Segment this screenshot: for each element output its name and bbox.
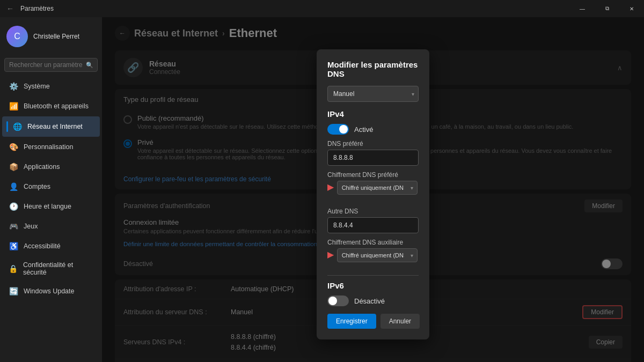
sidebar-item-label: Confidentialité et sécurité (23, 261, 93, 276)
titlebar-left: ← Paramètres (6, 4, 54, 13)
sidebar-item-label: Système (24, 83, 50, 90)
minimize-button[interactable]: — (570, 0, 595, 17)
titlebar: ← Paramètres — ⧉ ✕ (0, 0, 644, 17)
encryption-aux-wrapper: ▶ Chiffré uniquement (DNS over HTTPS) ▾ (327, 248, 419, 270)
confidentialite-icon: 🔒 (9, 264, 18, 274)
active-indicator (6, 121, 8, 132)
sidebar-item-bluetooth[interactable]: 📶 Bluetooth et appareils (2, 97, 100, 116)
encryption-preferred-wrapper: ▶ Chiffré uniquement (DNS over HTTPS) ▾ (327, 181, 419, 202)
ipv6-toggle-label: Désactivé (354, 297, 385, 305)
dns-dialog: Modifier les paramètres DNS Manuel Autom… (317, 49, 429, 339)
sidebar-item-label: Réseau et Internet (27, 123, 83, 130)
encryption-aux-select-wrapper: Chiffré uniquement (DNS over HTTPS) ▾ (337, 248, 418, 262)
ipv6-section-title: IPv6 (327, 281, 419, 290)
accessibilite-icon: ♿ (9, 241, 18, 251)
ipv4-toggle[interactable] (327, 124, 349, 135)
ipv4-toggle-row: Activé (327, 124, 419, 135)
select-wrapper: Manuel Automatique ▾ (327, 86, 419, 102)
content-area: ← Réseau et Internet › Ethernet 🔗 Réseau… (102, 17, 644, 362)
sidebar-user: C Christelle Perret (0, 17, 102, 56)
sidebar-search: 🔍 (4, 58, 98, 72)
sidebar: C Christelle Perret 🔍 ⚙️ Système 📶 Bluet… (0, 17, 102, 362)
encryption-aux-select[interactable]: Chiffré uniquement (DNS over HTTPS) (337, 248, 418, 262)
sidebar-item-perso[interactable]: 🎨 Personnalisation (2, 137, 100, 157)
sidebar-item-heure[interactable]: 🕐 Heure et langue (2, 197, 100, 216)
encryption-preferred-select[interactable]: Chiffré uniquement (DNS over HTTPS) (337, 181, 418, 195)
autre-dns-label: Autre DNS (327, 208, 419, 215)
close-button[interactable]: ✕ (619, 0, 644, 17)
autre-dns-input[interactable] (327, 217, 419, 233)
save-button[interactable]: Enregistrer (327, 314, 376, 329)
sidebar-item-confidentialite[interactable]: 🔒 Confidentialité et sécurité (2, 256, 100, 281)
username: Christelle Perret (33, 33, 79, 40)
sidebar-item-label: Bluetooth et appareils (24, 102, 89, 110)
sidebar-item-label: Personnalisation (24, 143, 73, 151)
perso-icon: 🎨 (9, 142, 18, 152)
sidebar-item-systeme[interactable]: ⚙️ Système (2, 77, 100, 96)
encryption-preferred-label: Chiffrement DNS préféré (327, 171, 419, 179)
sidebar-item-label: Jeux (24, 223, 38, 230)
encryption-aux-label: Chiffrement DNS auxiliaire (327, 239, 419, 246)
sidebar-item-apps[interactable]: 📦 Applications (2, 157, 100, 176)
ipv6-toggle[interactable] (327, 295, 349, 306)
sidebar-item-accessibilite[interactable]: ♿ Accessibilité (2, 237, 100, 256)
sidebar-item-reseau[interactable]: 🌐 Réseau et Internet (2, 116, 100, 137)
jeux-icon: 🎮 (9, 221, 18, 231)
dns-preferred-label: DNS préféré (327, 140, 419, 147)
ipv4-section-title: IPv4 (327, 109, 419, 119)
sidebar-item-label: Comptes (24, 183, 50, 190)
heure-icon: 🕐 (9, 202, 18, 211)
bluetooth-icon: 📶 (9, 101, 18, 111)
dialog-divider (327, 275, 419, 276)
arrow-aux-icon: ▶ (327, 249, 334, 260)
dns-preferred-input[interactable] (327, 150, 419, 166)
cancel-button[interactable]: Annuler (380, 314, 420, 329)
arrow-preferred-icon: ▶ (327, 182, 334, 192)
dns-mode-select[interactable]: Manuel Automatique (327, 86, 419, 102)
avatar: C (6, 26, 28, 47)
sidebar-item-label: Windows Update (24, 287, 75, 295)
windows-update-icon: 🔄 (9, 286, 18, 296)
search-icon: 🔍 (86, 62, 93, 69)
comptes-icon: 👤 (9, 182, 18, 191)
reseau-icon: 🌐 (12, 122, 22, 131)
ipv4-toggle-label: Activé (354, 125, 373, 134)
sidebar-nav: ⚙️ Système 📶 Bluetooth et appareils 🌐 Ré… (0, 76, 102, 362)
back-icon[interactable]: ← (6, 4, 14, 13)
dialog-buttons: Enregistrer Annuler (327, 314, 419, 329)
sidebar-item-label: Heure et langue (24, 203, 71, 210)
sidebar-item-jeux[interactable]: 🎮 Jeux (2, 217, 100, 236)
search-input[interactable] (4, 58, 98, 72)
apps-icon: 📦 (9, 162, 18, 172)
encryption-preferred-select-wrapper: Chiffré uniquement (DNS over HTTPS) ▾ (337, 181, 418, 195)
titlebar-title: Paramètres (20, 5, 54, 12)
systeme-icon: ⚙️ (9, 82, 18, 91)
sidebar-item-windows-update[interactable]: 🔄 Windows Update (2, 282, 100, 301)
sidebar-item-label: Accessibilité (24, 242, 61, 250)
restore-button[interactable]: ⧉ (595, 0, 619, 17)
dialog-overlay: Modifier les paramètres DNS Manuel Autom… (102, 17, 644, 362)
titlebar-controls: — ⧉ ✕ (570, 0, 644, 17)
ipv6-toggle-row: Désactivé (327, 295, 419, 306)
sidebar-item-comptes[interactable]: 👤 Comptes (2, 177, 100, 196)
app-body: C Christelle Perret 🔍 ⚙️ Système 📶 Bluet… (0, 17, 644, 362)
sidebar-item-label: Applications (24, 163, 60, 171)
dialog-title: Modifier les paramètres DNS (327, 60, 419, 78)
